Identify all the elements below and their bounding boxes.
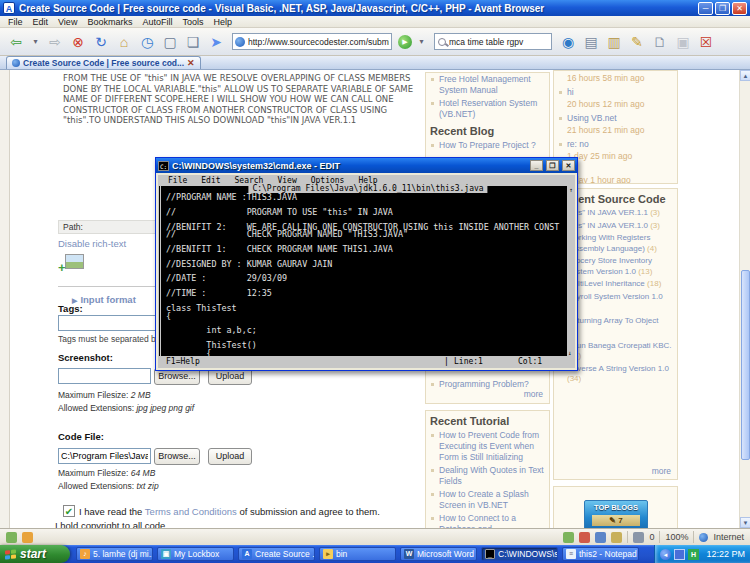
menu-view[interactable]: View: [58, 17, 77, 27]
lock-icon[interactable]: [611, 532, 622, 543]
codefile-browse-button[interactable]: Browse...: [154, 448, 200, 465]
task-avant-browser[interactable]: A Create Source ...: [238, 547, 315, 561]
terms-checkbox[interactable]: ✔: [63, 505, 75, 517]
window-split-icon[interactable]: ❏: [183, 32, 203, 52]
edit-scrollbar[interactable]: ↑ ↓: [567, 186, 575, 356]
highlight-icon[interactable]: ✎: [627, 32, 647, 52]
history-icon[interactable]: ◷: [137, 32, 157, 52]
address-bar[interactable]: [232, 33, 392, 50]
edit-scroll-up-icon[interactable]: ↑: [569, 186, 573, 193]
go-button[interactable]: ▶: [398, 35, 412, 49]
browser-titlebar[interactable]: A Create Source Code | Free source code …: [0, 0, 750, 16]
forward-icon[interactable]: ⇨: [45, 32, 65, 52]
restore-button[interactable]: ❐: [715, 2, 730, 15]
fill-form-icon[interactable]: ▤: [581, 32, 601, 52]
list-item[interactable]: How to Create a Splash Screen in VB.NET: [426, 488, 549, 512]
insert-image-icon[interactable]: +: [58, 254, 84, 274]
menu-tools[interactable]: Tools: [182, 17, 203, 27]
search-box[interactable]: [434, 33, 552, 50]
cmd-maximize-button[interactable]: ❐: [546, 160, 559, 171]
screenshot-file-input[interactable]: [58, 368, 151, 384]
tab-create-source-code[interactable]: Create Source Code | Free source cod... …: [6, 56, 201, 69]
list-item[interactable]: Free Hotel Management System Manual: [426, 73, 549, 97]
scroll-up-icon[interactable]: ▲: [740, 70, 750, 81]
zoom-level[interactable]: 100%: [665, 532, 688, 542]
avant-icon: A: [242, 549, 252, 559]
task-cmd-active[interactable]: _ C:\WINDOWS\s...: [481, 547, 558, 561]
menu-help[interactable]: Help: [213, 17, 232, 27]
more-link[interactable]: more: [524, 389, 543, 400]
source-code-text[interactable]: //PROGRAM NAME :THIS3.JAVA // PROGRAM TO…: [166, 194, 559, 364]
windows-flag-icon: [5, 549, 16, 559]
window-icon[interactable]: ▢: [160, 32, 180, 52]
edit-menu-file[interactable]: File: [168, 176, 187, 185]
tab-close-icon[interactable]: ✕: [187, 58, 195, 68]
edit-menu-edit[interactable]: Edit: [201, 176, 220, 185]
cmd-window[interactable]: C: C:\WINDOWS\system32\cmd.exe - EDIT _ …: [155, 157, 578, 371]
more-link[interactable]: more: [652, 466, 671, 476]
start-button[interactable]: start: [0, 545, 70, 563]
refresh-icon[interactable]: ↻: [91, 32, 111, 52]
menu-bookmarks[interactable]: Bookmarks: [87, 17, 132, 27]
task-notepad[interactable]: ≡ this2 - Notepad: [562, 547, 639, 561]
post-title[interactable]: Using VB.net: [554, 112, 677, 126]
edit-area[interactable]: C:\Program Files\Java\jdk1.6.0_11\bin\th…: [158, 186, 575, 356]
frame-icon[interactable]: ▣: [673, 32, 693, 52]
side-panel-strip[interactable]: [0, 70, 10, 528]
clock[interactable]: 12:22 PM: [706, 549, 745, 559]
menu-edit[interactable]: Edit: [33, 17, 49, 27]
pointer-icon[interactable]: ➤: [206, 32, 226, 52]
display-tray-icon[interactable]: [674, 549, 685, 560]
console-body: File Edit Search View Options Help C:\Pr…: [158, 175, 575, 368]
stop-icon[interactable]: ⊗: [68, 32, 88, 52]
alert-icon[interactable]: [22, 532, 33, 543]
scroll-down-icon[interactable]: ▼: [740, 517, 750, 528]
list-item[interactable]: How To Prepare Project ?: [426, 139, 549, 152]
post-title[interactable]: hi: [554, 86, 677, 100]
user-icon[interactable]: [595, 532, 606, 543]
codefile-upload-button[interactable]: Upload: [208, 448, 252, 465]
page-scrollbar[interactable]: ▲ ▼: [739, 70, 750, 528]
search-input[interactable]: [449, 37, 548, 47]
task-bin-folder[interactable]: ▸ bin: [319, 547, 396, 561]
minimize-button[interactable]: ─: [698, 2, 713, 15]
codefile-file-input[interactable]: [58, 448, 151, 464]
hamachi-tray-icon[interactable]: H: [688, 549, 699, 560]
list-item[interactable]: How to Prevent Code from Executing its E…: [426, 429, 549, 464]
terms-link[interactable]: Terms and Conditions: [145, 506, 237, 517]
list-item[interactable]: Hotel Reservation System (VB.NET): [426, 97, 549, 121]
scrollbar-thumb[interactable]: [741, 270, 750, 460]
cmd-close-button[interactable]: ✕: [562, 160, 575, 171]
help-hint[interactable]: F1=Help: [166, 357, 200, 366]
task-microsoft-word[interactable]: W Microsoft Word: [400, 547, 477, 561]
close-all-icon[interactable]: ☒: [696, 32, 716, 52]
cmd-minimize-button[interactable]: _: [530, 160, 543, 171]
images-toggle-icon[interactable]: [6, 532, 17, 543]
shield-icon[interactable]: [579, 532, 590, 543]
top-blogs-badge[interactable]: TOP BLOGS ✎ 7: [584, 500, 648, 528]
system-tray: ◂ H 12:22 PM: [654, 545, 750, 563]
note-icon[interactable]: ▥: [604, 32, 624, 52]
new-document-icon[interactable]: 🗋: [650, 32, 670, 52]
input-format-label[interactable]: Input format: [80, 294, 135, 305]
list-item[interactable]: Dealing With Quotes in Text Fields: [426, 464, 549, 488]
task-my-lockbox[interactable]: ▣ My Lockbox: [157, 547, 234, 561]
edit-scroll-down-icon[interactable]: ↓: [568, 349, 572, 356]
home-icon[interactable]: ⌂: [114, 32, 134, 52]
menu-file[interactable]: File: [8, 17, 23, 27]
speed-icon[interactable]: [563, 532, 574, 543]
translate-icon[interactable]: ◉: [558, 32, 578, 52]
menu-autofill[interactable]: AutoFill: [142, 17, 172, 27]
post-title[interactable]: re: no: [554, 138, 677, 152]
list-item[interactable]: How to Connect to a Database and: [426, 512, 549, 528]
popup-blocker-icon[interactable]: [633, 532, 644, 543]
back-dropdown-icon[interactable]: ▾: [29, 32, 42, 52]
task-winamp[interactable]: ♪ 5. lamhe (dj mi...: [76, 547, 153, 561]
close-button[interactable]: ✕: [732, 2, 747, 15]
disable-richtext-link[interactable]: Disable rich-text: [58, 238, 126, 249]
hide-icons-chevron-icon[interactable]: ◂: [660, 549, 671, 560]
back-icon[interactable]: ⇦: [6, 32, 26, 52]
address-input[interactable]: [248, 37, 389, 47]
cmd-titlebar[interactable]: C: C:\WINDOWS\system32\cmd.exe - EDIT _ …: [156, 158, 577, 173]
go-dropdown-icon[interactable]: ▾: [415, 32, 428, 52]
